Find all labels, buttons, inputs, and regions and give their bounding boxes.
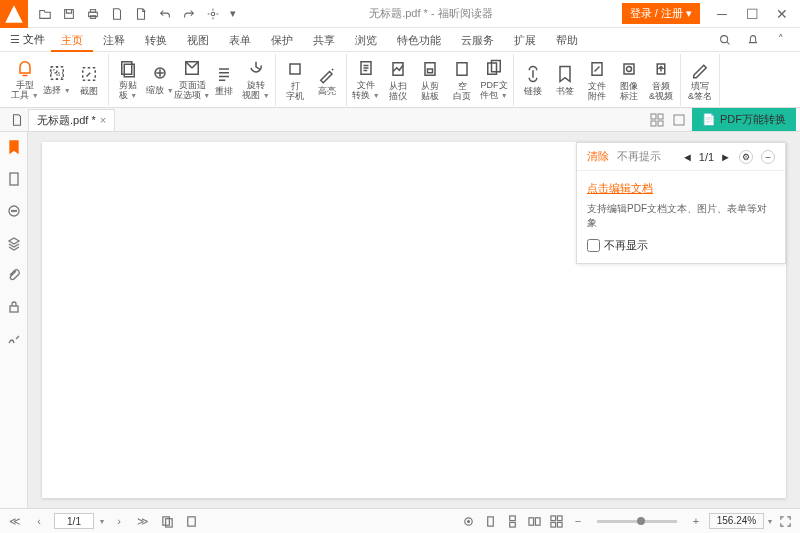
bookmark-icon[interactable] xyxy=(5,138,23,156)
page-icon[interactable] xyxy=(5,170,23,188)
tab-close-icon[interactable]: × xyxy=(100,114,106,126)
signature-icon[interactable] xyxy=(5,330,23,348)
minimize-button[interactable]: ─ xyxy=(708,2,736,26)
tab-list-icon[interactable] xyxy=(6,109,28,131)
reading-mode-icon[interactable] xyxy=(459,512,477,530)
tip-noshow-link[interactable]: 不再提示 xyxy=(617,149,661,164)
tip-close-icon[interactable]: – xyxy=(761,150,775,164)
tab-view[interactable]: 视图 xyxy=(177,28,219,52)
tool-10[interactable]: 文件转换 ▼ xyxy=(351,54,381,106)
page-input[interactable] xyxy=(54,513,94,529)
svg-rect-39 xyxy=(487,516,493,525)
tab-form[interactable]: 表单 xyxy=(219,28,261,52)
file-menu[interactable]: ☰ 文件 xyxy=(4,32,51,47)
zoom-slider[interactable] xyxy=(597,520,677,523)
tool-1[interactable]: 选择 ▼ xyxy=(42,54,72,106)
single-page-icon[interactable] xyxy=(481,512,499,530)
svg-rect-41 xyxy=(509,522,515,527)
print-icon[interactable] xyxy=(82,3,104,25)
statusbar: ≪ ‹ ▾ › ≫ − + 156.24% ▾ xyxy=(0,508,800,533)
next-page-icon[interactable]: › xyxy=(110,512,128,530)
tip-checkbox[interactable]: 不再显示 xyxy=(587,238,775,253)
tool-20[interactable]: 填写&签名 xyxy=(685,54,715,106)
open-icon[interactable] xyxy=(34,3,56,25)
zoom-value[interactable]: 156.24% xyxy=(709,513,764,529)
attachment-icon[interactable] xyxy=(5,266,23,284)
tool-11[interactable]: 从扫描仪 xyxy=(383,54,413,106)
tab-browse[interactable]: 浏览 xyxy=(345,28,387,52)
layers-icon[interactable] xyxy=(5,234,23,252)
svg-rect-46 xyxy=(550,522,555,527)
tool-8[interactable]: 打字机 xyxy=(280,54,310,106)
facing-icon[interactable] xyxy=(525,512,543,530)
tab-extend[interactable]: 扩展 xyxy=(504,28,546,52)
collapse-ribbon-icon[interactable]: ˄ xyxy=(770,29,792,51)
zoom-out-icon[interactable]: − xyxy=(569,512,587,530)
tab-cloud[interactable]: 云服务 xyxy=(451,28,504,52)
maximize-button[interactable]: ☐ xyxy=(738,2,766,26)
tool-13[interactable]: 空白页 xyxy=(447,54,477,106)
grid-view-icon[interactable] xyxy=(648,111,666,129)
tip-page-indicator: 1/1 xyxy=(699,151,714,163)
tab-help[interactable]: 帮助 xyxy=(546,28,588,52)
tab-features[interactable]: 特色功能 xyxy=(387,28,451,52)
save-icon[interactable] xyxy=(58,3,80,25)
last-page-icon[interactable]: ≫ xyxy=(134,512,152,530)
facing-cont-icon[interactable] xyxy=(547,512,565,530)
qat-dropdown[interactable]: ▾ xyxy=(226,3,240,25)
tool-6[interactable]: 重排 xyxy=(209,54,239,106)
search-icon[interactable] xyxy=(714,29,736,51)
tool-9[interactable]: 高亮 xyxy=(312,54,342,106)
svg-rect-40 xyxy=(509,515,515,520)
tool-7[interactable]: 旋转视图 ▼ xyxy=(241,54,271,106)
settings-icon[interactable] xyxy=(202,3,224,25)
prev-page-icon[interactable]: ‹ xyxy=(30,512,48,530)
tip-edit-link[interactable]: 点击编辑文档 xyxy=(587,181,775,196)
tool-4[interactable]: 缩放 ▼ xyxy=(145,54,175,106)
continuous-icon[interactable] xyxy=(503,512,521,530)
tool-16[interactable]: 书签 xyxy=(550,54,580,106)
undo-icon[interactable] xyxy=(154,3,176,25)
tool-2[interactable]: 截图 xyxy=(74,54,104,106)
security-icon[interactable] xyxy=(5,298,23,316)
tool-15[interactable]: 链接 xyxy=(518,54,548,106)
doc2-icon[interactable] xyxy=(130,3,152,25)
tip-prev-icon[interactable]: ◄ xyxy=(682,151,693,163)
tool-0[interactable]: 手型工具 ▼ xyxy=(10,54,40,106)
svg-point-21 xyxy=(627,66,632,71)
svg-rect-44 xyxy=(550,515,555,520)
tool-19[interactable]: 音频&视频 xyxy=(646,54,676,106)
tip-next-icon[interactable]: ► xyxy=(720,151,731,163)
tab-share[interactable]: 共享 xyxy=(303,28,345,52)
tab-convert[interactable]: 转换 xyxy=(135,28,177,52)
document-tab[interactable]: 无标题.pdf * × xyxy=(28,109,115,131)
zoom-in-icon[interactable]: + xyxy=(687,512,705,530)
login-button[interactable]: 登录 / 注册 ▾ xyxy=(622,3,700,24)
list-view-icon[interactable] xyxy=(670,111,688,129)
svg-point-31 xyxy=(13,211,14,212)
tip-settings-icon[interactable]: ⚙ xyxy=(739,150,753,164)
tool-17[interactable]: 文件附件 xyxy=(582,54,612,106)
svg-rect-26 xyxy=(658,121,663,126)
tab-home[interactable]: 主页 xyxy=(51,28,93,52)
tool-12[interactable]: 从剪贴板 xyxy=(415,54,445,106)
tip-description: 支持编辑PDF文档文本、图片、表单等对象 xyxy=(587,202,775,230)
first-page-icon[interactable]: ≪ xyxy=(6,512,24,530)
fit-page-icon[interactable] xyxy=(182,512,200,530)
pdf-convert-button[interactable]: 📄 PDF万能转换 xyxy=(692,108,796,131)
tip-clear-link[interactable]: 清除 xyxy=(587,149,609,164)
doc-icon[interactable] xyxy=(106,3,128,25)
redo-icon[interactable] xyxy=(178,3,200,25)
tool-5[interactable]: 页面适应选项 ▼ xyxy=(177,54,207,106)
tool-18[interactable]: 图像标注 xyxy=(614,54,644,106)
copy-page-icon[interactable] xyxy=(158,512,176,530)
close-button[interactable]: ✕ xyxy=(768,2,796,26)
comment-icon[interactable] xyxy=(5,202,23,220)
bell-icon[interactable] xyxy=(742,29,764,51)
tool-14[interactable]: PDF文件包 ▼ xyxy=(479,54,509,106)
fullscreen-icon[interactable] xyxy=(776,512,794,530)
tab-protect[interactable]: 保护 xyxy=(261,28,303,52)
tab-annotate[interactable]: 注释 xyxy=(93,28,135,52)
tool-3[interactable]: 剪贴板 ▼ xyxy=(113,54,143,106)
svg-rect-28 xyxy=(10,173,18,185)
